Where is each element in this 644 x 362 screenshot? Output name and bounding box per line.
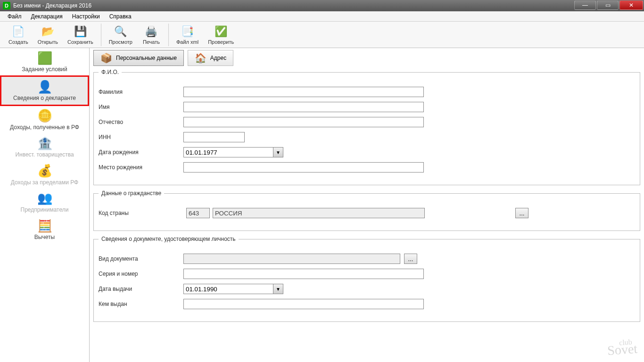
label-doc-issue-date: Дата выдачи [99,286,183,292]
input-country-name [213,208,425,218]
preview-icon: 🔍 [114,25,127,38]
legend-citizenship: Данные о гражданстве [99,190,164,197]
fieldset-fio: Ф.И.О. Фамилия Имя Отчество ИНН Дата рож… [93,69,640,185]
invest-icon: 🏦 [36,136,53,150]
window-buttons: — ▭ ✕ [574,0,644,11]
legend-fio: Ф.И.О. [99,69,122,75]
entrepreneur-icon: 👥 [36,191,53,206]
minimize-button[interactable]: — [574,0,596,10]
sidebar-item-income-abroad: 💰Доходы за пределами РФ [0,161,89,189]
tab-personal-label: Персональные данные [116,55,177,61]
input-birth-date[interactable] [183,147,273,157]
conditions-icon: 🟩 [36,51,53,65]
fieldset-citizenship: Данные о гражданстве Код страны ... [93,190,640,231]
label-name: Имя [99,104,183,110]
label-doc-issuer: Кем выдан [99,301,183,307]
watermark-main: Sovet [607,341,638,358]
input-doc-series[interactable] [183,269,424,279]
toolbar-save[interactable]: 💾Сохранить [63,23,98,47]
country-lookup-button[interactable]: ... [515,208,528,218]
coins-icon: 🪙 [36,109,53,123]
toolbar-preview[interactable]: 🔍Просмотр [104,23,137,47]
label-doc-series: Серия и номер [99,271,183,277]
maximize-button[interactable]: ▭ [597,0,619,10]
tab-personal[interactable]: 📦Персональные данные [93,50,184,66]
menu-declaration[interactable]: Декларация [26,12,67,21]
sidebar-item-entrepreneurs: 👥Предприниматели [0,189,89,216]
toolbar-check[interactable]: ✅Проверить [203,23,239,47]
toolbar-open[interactable]: 📂Открыть [33,23,63,47]
tab-address[interactable]: 🏠Адрес [188,50,233,66]
toolbar-print[interactable]: 🖨️Печать [137,23,165,47]
sidebar-item-conditions[interactable]: 🟩Задание условий [0,48,89,75]
window-title: Без имени - Декларация 2016 [13,2,574,9]
input-patronymic[interactable] [183,117,424,127]
new-file-icon: 📄 [12,25,25,38]
sidebar-item-invest: 🏦Инвест. товарищества [0,133,89,161]
label-birth: Дата рождения [99,149,183,156]
label-surname: Фамилия [99,89,183,95]
sidebar-item-declarant[interactable]: 👤Сведения о декларанте [0,75,89,106]
chevron-down-icon: ▼ [276,150,281,155]
sidebar: 🟩Задание условий 👤Сведения о декларанте … [0,48,90,362]
save-icon: 💾 [74,25,87,38]
label-patronymic: Отчество [99,119,183,125]
watermark: club Sovet [607,337,638,358]
label-birthplace: Место рождения [99,164,183,171]
menubar: Файл Декларация Настройки Справка [0,11,644,22]
check-icon: ✅ [215,25,228,38]
toolbar-sep [101,24,101,46]
titlebar: D Без имени - Декларация 2016 — ▭ ✕ [0,0,644,11]
menu-help[interactable]: Справка [105,12,136,21]
xml-file-icon: 📑 [181,25,194,38]
input-surname[interactable] [183,87,424,97]
sidebar-item-income-rf[interactable]: 🪙Доходы, полученные в РФ [0,106,89,133]
abroad-icon: 💰 [36,164,53,178]
input-doc-issuer[interactable] [183,299,424,309]
toolbar-xml[interactable]: 📑Файл xml [172,23,203,47]
workarea: 🟩Задание условий 👤Сведения о декларанте … [0,48,644,362]
input-birthplace[interactable] [183,162,424,173]
chevron-down-icon: ▼ [276,287,281,292]
print-icon: 🖨️ [145,25,158,38]
deductions-icon: 🧮 [36,219,53,233]
close-button[interactable]: ✕ [619,0,643,10]
tab-address-label: Адрес [210,55,226,61]
input-doc-type [183,254,400,264]
fieldset-document: Сведения о документе, удостоверяющем лич… [93,236,640,322]
doc-type-lookup-button[interactable]: ... [404,254,417,264]
toolbar: 📄Создать 📂Открыть 💾Сохранить 🔍Просмотр 🖨… [0,22,644,48]
toolbar-create[interactable]: 📄Создать [4,23,33,47]
menu-settings[interactable]: Настройки [67,12,105,21]
doc-issue-date-dropdown[interactable]: ▼ [273,284,283,294]
app-icon: D [3,2,10,9]
input-inn[interactable] [183,132,245,142]
input-name[interactable] [183,102,424,112]
label-country-code: Код страны [99,210,183,216]
house-icon: 🏠 [195,52,206,64]
content-tabs: 📦Персональные данные 🏠Адрес [93,50,640,66]
legend-document: Сведения о документе, удостоверяющем лич… [99,236,239,242]
content: 📦Персональные данные 🏠Адрес Ф.И.О. Фамил… [90,48,644,362]
watermark-top: club [619,337,637,347]
toolbar-sep2 [168,24,169,46]
menu-file[interactable]: Файл [3,12,26,21]
input-doc-issue-date[interactable] [183,284,273,294]
person-icon: 👤 [36,80,53,94]
input-country-code [186,208,210,218]
label-doc-type: Вид документа [99,255,183,262]
sidebar-item-deductions[interactable]: 🧮Вычеты [0,216,89,243]
birth-date-dropdown[interactable]: ▼ [273,147,283,157]
open-folder-icon: 📂 [41,25,54,38]
personal-icon: 📦 [100,52,112,64]
label-inn: ИНН [99,134,183,140]
